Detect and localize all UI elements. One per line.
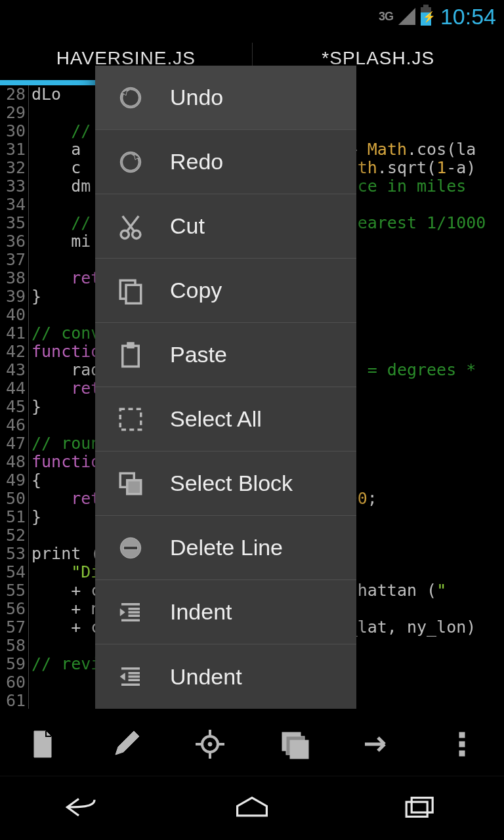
svg-rect-35 (459, 742, 465, 747)
svg-rect-38 (411, 797, 432, 812)
line-number: 53 (0, 545, 29, 563)
code-text: { (32, 471, 41, 490)
line-number: 61 (0, 692, 29, 709)
line-number: 49 (0, 471, 29, 490)
svg-point-2 (121, 230, 129, 238)
network-3g-label: 3G (379, 10, 393, 24)
toolbar (0, 713, 504, 776)
run-button[interactable] (342, 713, 414, 776)
status-clock: 10:54 (440, 4, 496, 30)
line-number: 30 (0, 122, 29, 140)
code-text: "Di (32, 563, 100, 581)
menu-item-select-all[interactable]: Select All (95, 387, 356, 452)
line-number: 37 (0, 251, 29, 269)
svg-rect-12 (127, 480, 141, 494)
windows-button[interactable] (258, 713, 330, 776)
line-number: 46 (0, 416, 29, 434)
svg-rect-7 (126, 285, 141, 303)
menu-item-copy[interactable]: Copy (95, 259, 356, 323)
menu-item-label: Redo (170, 149, 223, 175)
pencil-icon (110, 728, 142, 760)
svg-rect-8 (123, 346, 139, 367)
line-number: 56 (0, 600, 29, 618)
menu-item-label: Select All (170, 406, 262, 432)
indent-icon (114, 595, 148, 629)
code-text: ret (32, 379, 100, 398)
svg-point-3 (133, 230, 140, 238)
svg-rect-14 (124, 546, 138, 549)
overflow-icon (446, 728, 478, 760)
select-block-icon (114, 467, 148, 501)
menu-item-label: Indent (170, 599, 232, 625)
menu-item-label: Undent (170, 664, 242, 690)
line-number: 58 (0, 637, 29, 655)
home-button[interactable] (231, 791, 273, 826)
svg-rect-33 (290, 740, 308, 759)
code-text: mi (32, 232, 91, 251)
copy-icon (114, 274, 148, 308)
undo-icon (114, 81, 148, 115)
line-number: 57 (0, 618, 29, 637)
line-number: 48 (0, 453, 29, 471)
line-number: 59 (0, 655, 29, 673)
line-number: 50 (0, 490, 29, 508)
line-number: 36 (0, 232, 29, 251)
code-text: functio (32, 453, 100, 471)
code-text: print ( (32, 545, 100, 563)
menu-item-delete-line[interactable]: Delete Line (95, 516, 356, 580)
menu-item-label: Paste (170, 342, 227, 368)
menu-item-cut[interactable]: Cut (95, 194, 356, 259)
overflow-button[interactable] (426, 713, 498, 776)
svg-rect-37 (406, 802, 427, 816)
menu-item-indent[interactable]: Indent (95, 580, 356, 644)
line-number: 42 (0, 343, 29, 361)
status-bar: 3G ⚡ 10:54 (0, 0, 504, 33)
line-number: 28 (0, 85, 29, 104)
svg-rect-36 (459, 751, 465, 756)
home-icon (231, 791, 273, 823)
code-text: // (32, 122, 100, 140)
line-number: 43 (0, 361, 29, 379)
recent-button[interactable] (399, 791, 441, 826)
line-number: 51 (0, 508, 29, 526)
svg-rect-10 (120, 409, 141, 430)
menu-item-label: Select Block (170, 471, 293, 496)
code-text: } (32, 398, 41, 416)
line-number: 60 (0, 673, 29, 692)
redo-icon (114, 145, 148, 179)
back-button[interactable] (63, 791, 105, 826)
file-icon (26, 728, 58, 760)
line-number: 35 (0, 214, 29, 232)
goto-button[interactable] (174, 713, 246, 776)
line-number: 45 (0, 398, 29, 416)
svg-rect-9 (127, 342, 135, 348)
menu-item-paste[interactable]: Paste (95, 323, 356, 387)
menu-item-undo[interactable]: Undo (95, 66, 356, 130)
edit-button[interactable] (90, 713, 162, 776)
code-text: // roun (32, 434, 100, 453)
line-number: 52 (0, 526, 29, 545)
line-number: 40 (0, 306, 29, 324)
signal-icon (398, 8, 415, 25)
line-number: 32 (0, 159, 29, 177)
menu-item-undent[interactable]: Undent (95, 644, 356, 709)
menu-item-redo[interactable]: Redo (95, 130, 356, 194)
code-text: ret (32, 269, 100, 287)
code-text: } (32, 508, 41, 526)
menu-item-label: Delete Line (170, 535, 283, 560)
cut-icon (114, 209, 148, 243)
menu-item-select-block[interactable]: Select Block (95, 452, 356, 516)
new-file-button[interactable] (6, 713, 78, 776)
system-nav-bar (0, 776, 504, 840)
line-number: 44 (0, 379, 29, 398)
select-all-icon (114, 402, 148, 436)
stack-icon (278, 728, 310, 760)
line-number: 41 (0, 324, 29, 343)
line-number: 39 (0, 287, 29, 306)
menu-item-label: Cut (170, 213, 205, 239)
back-icon (63, 791, 105, 823)
context-menu: UndoRedoCutCopyPasteSelect AllSelect Blo… (95, 66, 356, 709)
target-icon (194, 728, 226, 760)
battery-icon: ⚡ (421, 7, 431, 26)
run-icon (362, 728, 394, 760)
